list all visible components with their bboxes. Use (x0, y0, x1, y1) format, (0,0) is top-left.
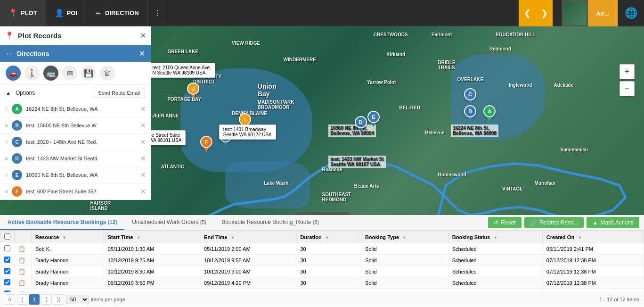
tab-active-bookable[interactable]: Active Bookable Resource Bookings (12) (0, 215, 124, 230)
transport-bus-button[interactable]: 🚌 (43, 66, 58, 81)
bottom-actions: ↺ Reset 🔗 Related Reco... ▲ Mass Actions (488, 217, 644, 228)
waypoint-remove-e[interactable]: ✕ (140, 171, 146, 179)
row-duration: 30 (296, 255, 361, 266)
user-button[interactable]: Ae... (588, 0, 618, 26)
transport-delete-button[interactable]: 🗑 (100, 66, 115, 81)
zoom-out-button[interactable]: − (620, 81, 635, 96)
waypoint-remove-f[interactable]: ✕ (140, 188, 146, 195)
transport-save-button[interactable]: 💾 (81, 66, 96, 81)
waypoint-letter: A (12, 104, 22, 114)
waypoint-drag-handle[interactable]: ≡ (5, 122, 8, 129)
row-checkbox[interactable] (4, 279, 10, 285)
directions-close[interactable]: ✕ (139, 49, 145, 58)
row-record-icon: 📋 (18, 268, 25, 275)
map-label-robinswood: Robinswood (438, 172, 466, 177)
per-page-select[interactable]: 50 25 100 (66, 295, 89, 304)
tab-route-label: Bookable Resource Booking_Route (221, 219, 312, 225)
table-row[interactable]: 📋 Bob K. 05/11/2019 1:30 AM 05/11/2019 2… (0, 243, 644, 255)
select-all-checkbox[interactable] (4, 233, 10, 240)
th-end-time[interactable]: End Time ▼ (200, 231, 296, 243)
table-row[interactable]: 📋 Brady Hannon 09/12/2019 3:50 PM 09/12/… (0, 277, 644, 289)
row-checkbox-cell[interactable] (0, 266, 15, 277)
send-route-email-button[interactable]: Send Route Email (93, 88, 145, 98)
tab-unscheduled-label: Unscheduled Work Orders (132, 219, 200, 225)
row-status: Scheduled (448, 266, 542, 277)
waypoint-input-e[interactable] (26, 172, 137, 178)
waypoint-remove-c[interactable]: ✕ (140, 138, 146, 146)
poi-button[interactable]: 👤 POI (46, 0, 86, 26)
row-checkbox[interactable] (4, 268, 10, 274)
row-resource: Brady Hannon (32, 255, 104, 266)
page-next-button[interactable]: ⟩ (41, 294, 52, 305)
reset-button[interactable]: ↺ Reset (488, 217, 521, 228)
waypoint-input-a[interactable] (26, 106, 137, 112)
mass-icon: ▲ (592, 219, 598, 226)
table-row[interactable]: 📋 Brady Hannon 10/12/2019 8:30 AM 10/12/… (0, 266, 644, 277)
plot-button[interactable]: 📍 PLOT (0, 0, 46, 26)
th-booking-type[interactable]: Booking Type ▼ (361, 231, 448, 243)
row-checkbox-cell[interactable] (0, 277, 15, 289)
plot-records-close[interactable]: ✕ (140, 31, 146, 40)
waypoint-remove-a[interactable]: ✕ (140, 105, 146, 113)
globe-button[interactable]: 🌐 (618, 0, 644, 26)
panel-expand-button[interactable]: ❯ (536, 0, 553, 26)
transport-email-button[interactable]: ✉ (62, 66, 77, 81)
related-records-button[interactable]: 🔗 Related Reco... (524, 217, 584, 228)
data-table-scroll[interactable]: Resource ▼ Start Time ▼ End Time ▼ Durat… (0, 231, 644, 292)
table-row[interactable]: 📋 Brady Hannon 09/12/2019 3:00 PM 09/12/… (0, 289, 644, 292)
row-checkbox-cell[interactable] (0, 255, 15, 266)
th-duration[interactable]: Duration ▼ (296, 231, 361, 243)
map-label-crestwoods: CRESTWOODS (374, 32, 408, 37)
left-panel: 📍 Plot Records ✕ ↔ Directions ✕ 🚗 🚶 🚌 ✉ … (0, 26, 151, 200)
waypoint-input-c[interactable] (26, 139, 137, 145)
waypoint-input-f[interactable] (26, 189, 137, 194)
row-checkbox-cell[interactable] (0, 289, 15, 292)
th-created-on[interactable]: Created On ▼ (542, 231, 644, 243)
waypoint-drag-handle[interactable]: ≡ (5, 106, 8, 112)
page-last-button[interactable]: ⟩⟩ (54, 294, 64, 305)
transport-car-button[interactable]: 🚗 (6, 66, 21, 81)
waypoint-drag-handle[interactable]: ≡ (5, 188, 8, 195)
plot-records-icon: 📍 (5, 31, 14, 40)
marker-e[interactable]: E (367, 111, 380, 127)
direction-button[interactable]: ↔ DIRECTION (86, 0, 148, 26)
row-status: Scheduled (448, 277, 542, 289)
tab-unscheduled-count: (5) (200, 219, 206, 225)
page-first-button[interactable]: ⟨⟨ (5, 294, 15, 305)
map-label-roanoke: Roanoke (322, 167, 342, 172)
page-prev-button[interactable]: ⟨ (17, 294, 27, 305)
plot-records-title: Plot Records (18, 32, 140, 40)
row-checkbox[interactable] (4, 290, 10, 292)
waypoint-letter: D (12, 153, 22, 164)
table-row[interactable]: 📋 Brady Hannon 10/12/2019 9:25 AM 10/12/… (0, 255, 644, 266)
row-checkbox[interactable] (4, 245, 10, 251)
marker-c[interactable]: C (464, 88, 477, 104)
marker-d[interactable]: D (354, 116, 367, 132)
waypoint-input-d[interactable] (26, 156, 137, 161)
th-resource[interactable]: Resource ▼ (32, 231, 104, 243)
waypoint-remove-b[interactable]: ✕ (140, 122, 146, 129)
tab-active-bookable-label: Active Bookable Resource Bookings (8, 219, 108, 225)
tab-unscheduled[interactable]: Unscheduled Work Orders (5) (124, 215, 214, 230)
th-start-time[interactable]: Start Time ▼ (104, 231, 200, 243)
panel-collapse-button[interactable]: ❮ (519, 0, 536, 26)
waypoint-drag-handle[interactable]: ≡ (5, 155, 8, 162)
marker-a[interactable]: A (483, 105, 496, 121)
transport-walk-button[interactable]: 🚶 (24, 66, 40, 81)
marker-j[interactable]: J (187, 83, 200, 99)
waypoint-drag-handle[interactable]: ≡ (5, 172, 8, 178)
th-booking-status[interactable]: Booking Status ▼ (448, 231, 542, 243)
more-button[interactable]: ⋮ (148, 0, 167, 26)
waypoint-input-b[interactable] (26, 123, 137, 128)
marker-b[interactable]: B (464, 105, 477, 121)
mass-actions-button[interactable]: ▲ Mass Actions (587, 217, 639, 228)
row-checkbox-cell[interactable] (0, 243, 15, 255)
marker-f[interactable]: F (200, 136, 213, 152)
zoom-in-button[interactable]: + (620, 64, 635, 79)
waypoint-remove-d[interactable]: ✕ (140, 155, 146, 162)
waypoint-drag-handle[interactable]: ≡ (5, 139, 8, 145)
row-checkbox[interactable] (4, 257, 10, 263)
tab-route[interactable]: Bookable Resource Booking_Route (8) (214, 215, 326, 230)
th-select-all[interactable] (0, 231, 15, 243)
page-1-button[interactable]: 1 (29, 294, 40, 305)
